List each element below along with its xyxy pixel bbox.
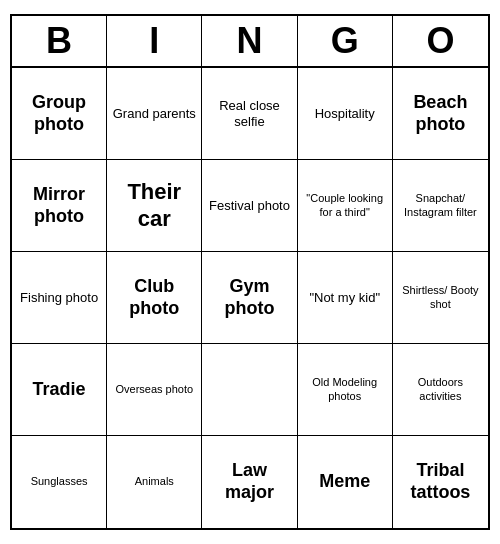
bingo-cell-14: Shirtless/ Booty shot [393, 252, 488, 344]
header-letter-B: B [12, 16, 107, 66]
bingo-cell-15: Tradie [12, 344, 107, 436]
bingo-cell-7: Festival photo [202, 160, 297, 252]
bingo-header: BINGO [12, 16, 488, 68]
header-letter-N: N [202, 16, 297, 66]
header-letter-G: G [298, 16, 393, 66]
bingo-cell-5: Mirror photo [12, 160, 107, 252]
bingo-cell-20: Sunglasses [12, 436, 107, 528]
bingo-cell-22: Law major [202, 436, 297, 528]
bingo-cell-0: Group photo [12, 68, 107, 160]
bingo-cell-17 [202, 344, 297, 436]
bingo-cell-16: Overseas photo [107, 344, 202, 436]
header-letter-O: O [393, 16, 488, 66]
bingo-cell-19: Outdoors activities [393, 344, 488, 436]
bingo-cell-10: Fishing photo [12, 252, 107, 344]
bingo-cell-12: Gym photo [202, 252, 297, 344]
bingo-cell-18: Old Modeling photos [298, 344, 393, 436]
bingo-cell-24: Tribal tattoos [393, 436, 488, 528]
bingo-cell-3: Hospitality [298, 68, 393, 160]
bingo-grid: Group photoGrand parentsReal close selfi… [12, 68, 488, 528]
bingo-cell-6: Their car [107, 160, 202, 252]
bingo-cell-2: Real close selfie [202, 68, 297, 160]
bingo-card: BINGO Group photoGrand parentsReal close… [10, 14, 490, 530]
bingo-cell-1: Grand parents [107, 68, 202, 160]
bingo-cell-23: Meme [298, 436, 393, 528]
bingo-cell-21: Animals [107, 436, 202, 528]
bingo-cell-4: Beach photo [393, 68, 488, 160]
bingo-cell-13: "Not my kid" [298, 252, 393, 344]
bingo-cell-8: "Couple looking for a third" [298, 160, 393, 252]
header-letter-I: I [107, 16, 202, 66]
bingo-cell-9: Snapchat/ Instagram filter [393, 160, 488, 252]
bingo-cell-11: Club photo [107, 252, 202, 344]
